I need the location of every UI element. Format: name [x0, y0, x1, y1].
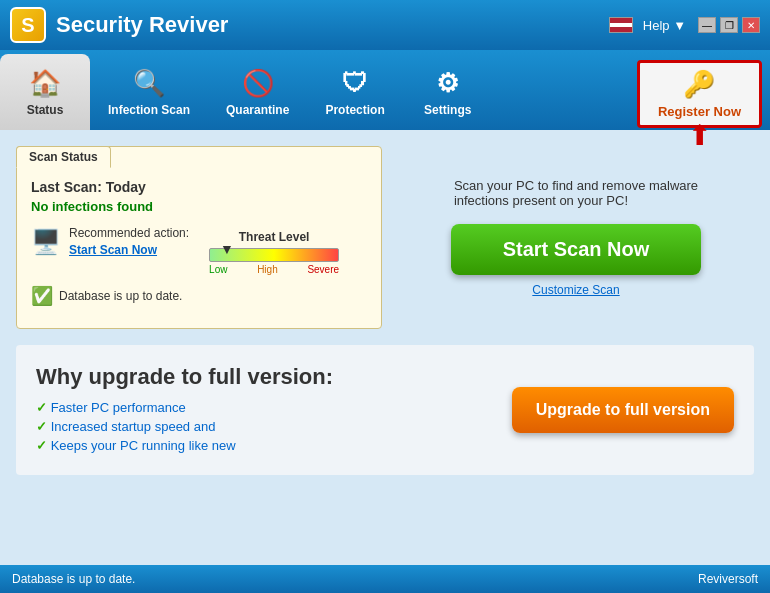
db-status: ✅ Database is up to date.: [31, 285, 367, 307]
nav-item-status[interactable]: 🏠 Status: [0, 54, 90, 130]
recommended-section: 🖥️ Recommended action: Start Scan Now: [31, 222, 189, 258]
title-bar: S Security Reviver Help ▼ — ❐ ✕: [0, 0, 770, 50]
nav-label-protection: Protection: [325, 103, 384, 117]
db-icon: ✅: [31, 285, 53, 307]
nav-label-settings: Settings: [424, 103, 471, 117]
app-window: S Security Reviver Help ▼ — ❐ ✕ 🏠 Status…: [0, 0, 770, 593]
scan-warning-icon: 🖥️: [31, 228, 61, 256]
scan-content: Last Scan: Today No infections found 🖥️ …: [31, 179, 367, 307]
status-bar-left: Database is up to date.: [12, 572, 135, 586]
scan-status-tab: Scan Status: [16, 146, 111, 168]
nav-item-protection[interactable]: 🛡 Protection: [307, 54, 402, 130]
threat-bar: ▼: [209, 248, 339, 262]
app-logo: S: [10, 7, 46, 43]
threat-labels: Low High Severe: [209, 264, 339, 275]
shield-icon: 🛡: [342, 68, 368, 99]
nav-label-status: Status: [27, 103, 64, 117]
upgrade-feature-3: Keeps your PC running like new: [36, 438, 333, 453]
threat-bar-container: ▼ Low High Severe: [209, 248, 339, 275]
start-scan-link[interactable]: Start Scan Now: [69, 243, 157, 257]
recommended-row: 🖥️ Recommended action: Start Scan Now: [31, 226, 189, 258]
nav-item-quarantine[interactable]: 🚫 Quarantine: [208, 54, 307, 130]
scan-status-panel: Scan Status Last Scan: Today No infectio…: [16, 146, 382, 329]
quarantine-icon: 🚫: [242, 68, 274, 99]
status-bar-right: Reviversoft: [698, 572, 758, 586]
nav-label-register: Register Now: [658, 104, 741, 119]
db-status-text: Database is up to date.: [59, 289, 182, 303]
nav-item-settings[interactable]: ⚙ Settings: [403, 54, 493, 130]
infection-status: No infections found: [31, 199, 367, 214]
recommended-text: Recommended action:: [69, 226, 189, 240]
restore-button[interactable]: ❐: [720, 17, 738, 33]
threat-section: Threat Level ▼ Low High Severe: [209, 230, 339, 275]
scan-threat-row: 🖥️ Recommended action: Start Scan Now Th…: [31, 222, 367, 275]
upgrade-section: Why upgrade to full version: Faster PC p…: [16, 345, 754, 475]
threat-severe-label: Severe: [307, 264, 339, 275]
help-button[interactable]: Help ▼: [643, 18, 686, 33]
upgrade-heading: Why upgrade to full version:: [36, 364, 333, 390]
main-content: Scan Status Last Scan: Today No infectio…: [0, 130, 770, 345]
last-scan-label: Last Scan: Today: [31, 179, 367, 195]
right-panel: Scan your PC to find and remove malwarei…: [398, 146, 754, 329]
settings-icon: ⚙: [436, 68, 459, 99]
content-wrapper: Scan Status Last Scan: Today No infectio…: [0, 130, 770, 565]
register-arrow: ⬆: [688, 119, 711, 152]
app-title: Security Reviver: [56, 12, 609, 38]
title-controls: Help ▼ — ❐ ✕: [609, 17, 760, 33]
nav-item-infection-scan[interactable]: 🔍 Infection Scan: [90, 54, 208, 130]
key-icon: 🔑: [683, 69, 715, 100]
status-bar: Database is up to date. Reviversoft: [0, 565, 770, 593]
scan-description: Scan your PC to find and remove malwarei…: [454, 178, 698, 208]
nav-label-quarantine: Quarantine: [226, 103, 289, 117]
upgrade-button[interactable]: Upgrade to full version: [512, 387, 734, 433]
flag-icon: [609, 17, 633, 33]
upgrade-feature-2: Increased startup speed and: [36, 419, 333, 434]
upgrade-list: Faster PC performance Increased startup …: [36, 400, 333, 453]
home-icon: 🏠: [29, 68, 61, 99]
nav-bar: 🏠 Status 🔍 Infection Scan 🚫 Quarantine 🛡…: [0, 50, 770, 130]
customize-scan-link[interactable]: Customize Scan: [532, 283, 619, 297]
search-icon: 🔍: [133, 68, 165, 99]
minimize-button[interactable]: —: [698, 17, 716, 33]
nav-item-register[interactable]: 🔑 Register Now: [637, 60, 762, 128]
upgrade-feature-1: Faster PC performance: [36, 400, 333, 415]
close-button[interactable]: ✕: [742, 17, 760, 33]
threat-high-label: High: [257, 264, 278, 275]
recommended-text-block: Recommended action: Start Scan Now: [69, 226, 189, 258]
threat-low-label: Low: [209, 264, 227, 275]
threat-pointer: ▼: [220, 241, 234, 257]
nav-label-infection-scan: Infection Scan: [108, 103, 190, 117]
start-scan-button[interactable]: Start Scan Now: [451, 224, 701, 275]
upgrade-left: Why upgrade to full version: Faster PC p…: [36, 364, 333, 457]
